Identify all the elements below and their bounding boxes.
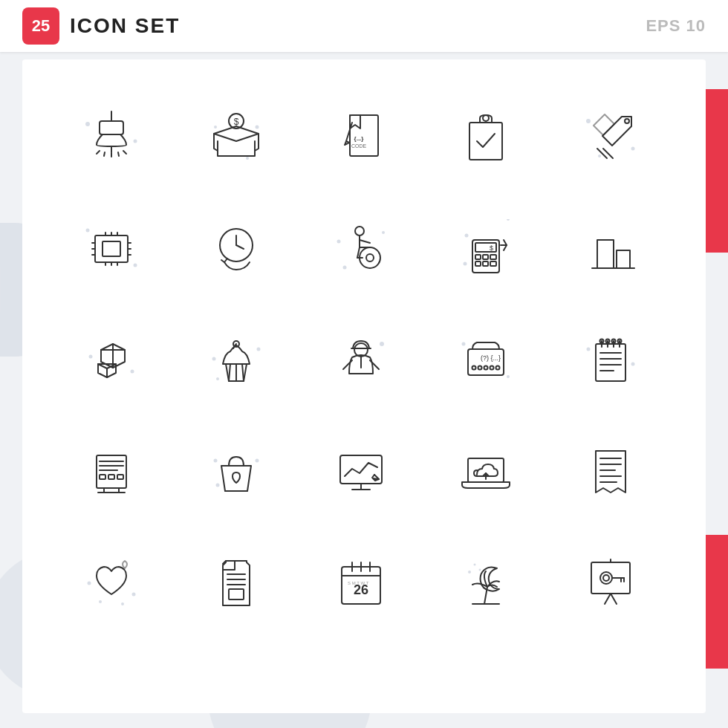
svg-point-12 <box>214 126 217 129</box>
icon-cell-key-board <box>551 527 670 639</box>
svg-rect-62 <box>490 255 496 259</box>
svg-point-42 <box>134 264 137 267</box>
icon-cell-worker <box>302 305 420 416</box>
svg-rect-27 <box>95 235 128 262</box>
icon-cell-night-palm <box>426 527 545 639</box>
icon-cell-ceiling-light <box>52 82 171 193</box>
svg-rect-60 <box>475 255 481 259</box>
background: 25 ICON SET EPS 10 <box>0 0 728 728</box>
svg-point-8 <box>85 122 90 126</box>
svg-rect-120 <box>108 475 114 479</box>
svg-rect-1 <box>100 121 123 134</box>
svg-point-13 <box>256 126 259 129</box>
header-title: ICON SET <box>70 14 180 38</box>
svg-point-94 <box>478 366 482 370</box>
svg-point-83 <box>257 348 261 351</box>
icon-cell-heart-health <box>52 527 171 639</box>
main-content: $ {...} CODE <box>22 59 706 713</box>
svg-point-125 <box>214 459 218 463</box>
icon-cell-columns <box>551 193 670 305</box>
svg-line-45 <box>236 245 244 249</box>
svg-point-143 <box>121 602 124 605</box>
svg-point-14 <box>246 157 249 160</box>
svg-line-7 <box>123 151 126 154</box>
icon-cell-circuit-board <box>52 193 171 305</box>
header: 25 ICON SET EPS 10 <box>0 0 728 52</box>
svg-line-80 <box>242 364 244 381</box>
svg-rect-28 <box>103 241 120 256</box>
svg-point-93 <box>472 366 476 370</box>
svg-point-67 <box>465 234 469 238</box>
svg-rect-115 <box>97 455 126 488</box>
svg-rect-19 <box>469 123 502 160</box>
icon-cell-3d-boxes <box>52 305 171 416</box>
icon-cell-support-phone: (?) {...} <box>426 305 545 416</box>
icon-cell-clipboard-check <box>426 82 545 193</box>
svg-point-84 <box>216 377 219 380</box>
icon-grid: $ {...} CODE <box>52 82 676 639</box>
svg-rect-91 <box>468 349 504 375</box>
svg-point-113 <box>587 348 591 351</box>
header-format: EPS 10 <box>646 16 706 36</box>
icon-cell-shopping-bag <box>177 416 296 527</box>
svg-point-22 <box>586 119 591 123</box>
icon-cell-cupcake <box>177 305 296 416</box>
svg-point-90 <box>380 342 384 346</box>
svg-point-20 <box>483 115 489 121</box>
svg-point-51 <box>366 254 374 261</box>
svg-point-56 <box>343 266 347 270</box>
svg-rect-70 <box>597 240 614 268</box>
svg-point-82 <box>212 357 216 361</box>
svg-point-55 <box>382 231 385 234</box>
svg-point-165 <box>603 575 609 581</box>
svg-rect-64 <box>483 261 488 266</box>
svg-text:S M T W T: S M T W T <box>348 581 369 585</box>
svg-point-95 <box>484 366 488 370</box>
svg-rect-63 <box>475 261 481 266</box>
svg-point-76 <box>89 355 93 359</box>
svg-text:$: $ <box>490 244 493 252</box>
svg-point-77 <box>131 370 134 374</box>
svg-rect-57 <box>472 240 499 273</box>
svg-rect-100 <box>596 344 625 381</box>
svg-point-54 <box>337 240 341 244</box>
svg-point-140 <box>88 582 91 585</box>
svg-rect-65 <box>490 261 496 266</box>
svg-point-127 <box>216 484 220 487</box>
icon-cell-monitor-chart <box>302 416 420 527</box>
icon-cell-price-tag <box>551 82 670 193</box>
svg-point-97 <box>496 366 500 370</box>
svg-line-88 <box>343 360 352 369</box>
svg-text:{...}: {...} <box>354 135 364 142</box>
header-left: 25 ICON SET <box>22 7 180 45</box>
icon-cell-history-clock <box>177 193 296 305</box>
svg-point-69 <box>464 262 467 266</box>
icon-cell-calendar-26: 26 S M T W T <box>302 527 420 639</box>
svg-point-159 <box>479 569 481 571</box>
svg-point-99 <box>507 375 510 378</box>
icon-cell-code-document: {...} CODE <box>302 82 420 193</box>
svg-rect-121 <box>117 475 123 479</box>
svg-line-3 <box>97 151 100 154</box>
icon-cell-receipt <box>551 416 670 527</box>
svg-point-68 <box>507 219 510 221</box>
svg-point-164 <box>600 572 612 584</box>
badge-number: 25 <box>22 7 59 45</box>
svg-rect-119 <box>100 475 105 479</box>
icon-cell-money-box: $ <box>177 82 296 193</box>
icon-cell-schedule-board <box>551 305 670 416</box>
icon-cell-sd-card <box>177 527 296 639</box>
svg-point-24 <box>598 155 601 157</box>
svg-text:$: $ <box>234 117 239 127</box>
svg-line-78 <box>229 364 230 381</box>
svg-text:CODE: CODE <box>351 143 367 149</box>
svg-point-46 <box>355 227 364 235</box>
icon-cell-display-unit <box>52 416 171 527</box>
svg-rect-71 <box>617 250 630 268</box>
svg-point-21 <box>625 119 629 123</box>
svg-point-141 <box>132 593 136 597</box>
svg-text:(?)  {...}: (?) {...} <box>481 354 501 362</box>
svg-point-157 <box>468 571 471 573</box>
svg-point-126 <box>256 459 259 463</box>
svg-point-41 <box>86 229 90 233</box>
